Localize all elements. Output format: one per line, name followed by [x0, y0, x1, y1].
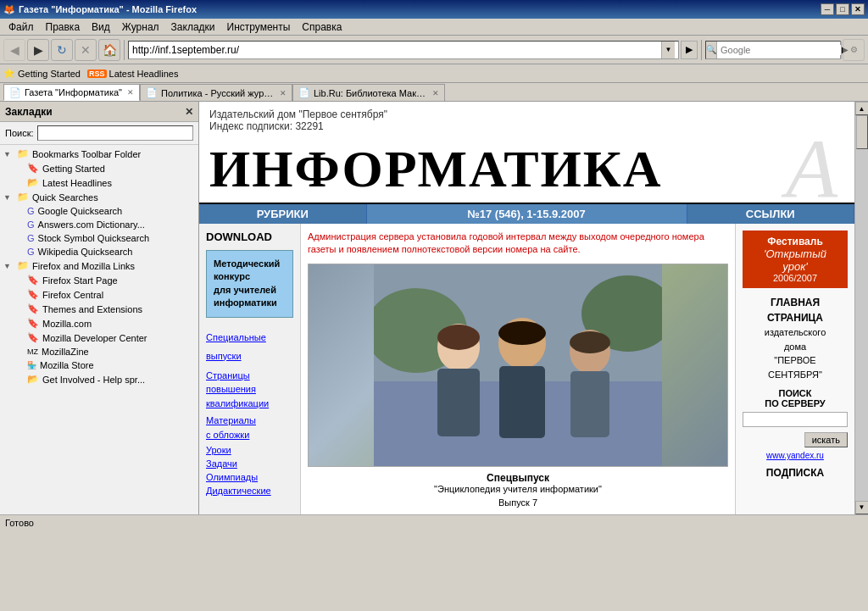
mdc-label: Mozilla Developer Center	[42, 333, 147, 343]
sidebar-item-get-involved[interactable]: 📂 Get Involved - Help spr...	[0, 372, 198, 386]
menu-edit[interactable]: Правка	[41, 20, 86, 34]
scroll-up-button[interactable]: ▲	[855, 102, 869, 115]
main-page-label6: СЕНТЯБРЯ"	[743, 368, 848, 382]
svg-rect-9	[570, 371, 609, 437]
firefox-icon: 🦊	[3, 4, 15, 15]
sidebar-search-label: Поиск:	[5, 128, 34, 138]
festival-label: Фестиваль	[748, 236, 843, 247]
newspaper-title-letter: А	[786, 136, 837, 204]
sidebar-item-mozilla-com[interactable]: 🔖 Mozilla.com	[0, 316, 198, 330]
sidebar-item-mozillazine[interactable]: MZ MozillaZine	[0, 345, 198, 358]
nav-rubrics[interactable]: РУБРИКИ	[199, 204, 367, 224]
main-page-label1: ГЛАВНАЯ	[743, 295, 848, 310]
menu-history[interactable]: Журнал	[117, 20, 164, 34]
sidebar-item-bookmarks-toolbar[interactable]: ▼ 📁 Bookmarks Toolbar Folder	[0, 147, 198, 161]
sidebar-tree: ▼ 📁 Bookmarks Toolbar Folder 🔖 Getting S…	[0, 145, 198, 514]
bookmarks-getting-started[interactable]: ⭐ Getting Started	[3, 68, 81, 79]
tab-close-1[interactable]: ✕	[280, 89, 287, 97]
minimize-button[interactable]: ─	[821, 3, 834, 15]
title-bar: 🦊 Газета "Информатика" - Mozilla Firefox…	[0, 0, 868, 19]
newspaper-header: Издательский дом "Первое сентября" Индек…	[199, 102, 854, 136]
bookmarks-latest-headlines[interactable]: RSS Latest Headlines	[87, 69, 178, 79]
menu-bookmarks[interactable]: Закладки	[166, 20, 220, 34]
tab-politika[interactable]: 📄 Политика - Русский журнал ✕	[140, 84, 292, 101]
sidebar-search-input[interactable]	[37, 125, 193, 141]
right-column: Фестиваль 'Открытый урок' 2006/2007 ГЛАВ…	[736, 224, 854, 514]
search-server-button[interactable]: искать	[804, 432, 848, 447]
star-icon: ⭐	[3, 68, 15, 79]
search-input[interactable]	[717, 45, 841, 55]
sidebar-item-firefox-central[interactable]: 🔖 Firefox Central	[0, 287, 198, 302]
sidebar-item-mdc[interactable]: 🔖 Mozilla Developer Center	[0, 330, 198, 345]
sidebar-item-themes-extensions[interactable]: 🔖 Themes and Extensions	[0, 302, 198, 316]
bookmark-icon: 🔖	[27, 163, 39, 174]
nav-issue: №17 (546), 1-15.9.2007	[367, 204, 687, 224]
left-link-didactic[interactable]: Дидактические	[206, 486, 293, 496]
nav-links[interactable]: ССЫЛКИ	[687, 204, 855, 224]
back-button[interactable]: ◀	[3, 39, 25, 61]
window-title: Газета "Информатика" - Mozilla Firefox	[19, 4, 197, 14]
menu-file[interactable]: Файл	[3, 20, 39, 34]
tab-libru[interactable]: 📄 Lib.Ru: Библиотека Макс... ✕	[292, 84, 445, 101]
reload-button[interactable]: ↻	[51, 39, 73, 61]
red-notice-text: Администрация сервера установила годовой…	[308, 231, 728, 257]
sidebar-item-stock[interactable]: G Stock Symbol Quicksearch	[0, 231, 198, 245]
search-server-input[interactable]	[743, 412, 848, 427]
firefox-central-label: Firefox Central	[42, 290, 103, 300]
left-link-tasks[interactable]: Задачи	[206, 458, 293, 469]
content-grid: DOWNLOAD Методический конкурс для учител…	[199, 224, 854, 514]
left-links-list: Специальныевыпуски Страницыповышенияквал…	[206, 328, 293, 497]
sidebar-item-mozilla-store[interactable]: 🏪 Mozilla Store	[0, 358, 198, 372]
scroll-down-button[interactable]: ▼	[855, 501, 869, 514]
toolbar-extra-button[interactable]: ⚙	[843, 39, 865, 61]
left-link-pages[interactable]: Страницыповышенияквалификации	[206, 369, 293, 411]
themes-icon: 🔖	[27, 303, 39, 314]
sidebar-item-firefox-start[interactable]: 🔖 Firefox Start Page	[0, 273, 198, 287]
caption-sub-text: "Энциклопедия учителя информатики"	[308, 484, 728, 494]
address-input[interactable]	[132, 44, 661, 56]
search-engine-icon[interactable]: 🔍	[706, 42, 717, 58]
close-button[interactable]: ✕	[851, 3, 865, 15]
menu-tools[interactable]: Инструменты	[222, 20, 296, 34]
menu-help[interactable]: Справка	[297, 20, 347, 34]
sidebar-item-google-qs[interactable]: G Google Quicksearch	[0, 204, 198, 218]
stop-button[interactable]: ✕	[75, 39, 97, 61]
go-button[interactable]: ▶	[681, 41, 698, 59]
sidebar-close-button[interactable]: ✕	[185, 106, 193, 118]
ff-icon: 🔖	[27, 275, 39, 286]
download-label: DOWNLOAD	[206, 231, 293, 243]
tab-close-0[interactable]: ✕	[127, 88, 134, 97]
wikipedia-icon: G	[27, 247, 35, 257]
home-button[interactable]: 🏠	[98, 39, 120, 61]
sidebar-item-quick-searches[interactable]: ▼ 📁 Quick Searches	[0, 190, 198, 204]
festival-name2: урок'	[748, 260, 843, 273]
sidebar-bookmarks: Закладки ✕ Поиск: ▼ 📁 Bookmarks Toolbar …	[0, 102, 199, 514]
left-link-materials[interactable]: Материалыс обложки	[206, 414, 293, 442]
scroll-thumb[interactable]	[856, 115, 868, 149]
tab-favicon-2: 📄	[298, 87, 310, 98]
yandex-link[interactable]: www.yandex.ru	[743, 451, 848, 460]
address-dropdown-button[interactable]: ▼	[661, 42, 675, 58]
tab-label-0: Газета "Информатика"	[25, 87, 122, 97]
main-page-label2: СТРАНИЦА	[743, 310, 848, 325]
sidebar-item-wikipedia[interactable]: G Wikipedia Quicksearch	[0, 245, 198, 258]
maximize-button[interactable]: □	[836, 3, 849, 15]
tab-close-2[interactable]: ✕	[432, 89, 439, 97]
article-image	[308, 264, 728, 467]
newspaper-title-area: ИНФОРМАТИКА А	[199, 136, 854, 204]
sidebar-item-firefox-mozilla[interactable]: ▼ 📁 Firefox and Mozilla Links	[0, 258, 198, 273]
forward-button[interactable]: ▶	[27, 39, 49, 61]
sidebar-item-latest-headlines[interactable]: 📂 Latest Headlines	[0, 175, 198, 190]
left-link-olympiads[interactable]: Олимпиады	[206, 472, 293, 482]
left-link-special[interactable]: Специальныевыпуски	[206, 328, 293, 365]
sidebar-item-answers[interactable]: G Answers.com Dictionary...	[0, 218, 198, 231]
main-page-label4: дома	[743, 340, 848, 354]
sidebar-item-getting-started[interactable]: 🔖 Getting Started	[0, 161, 198, 175]
menu-view[interactable]: Вид	[86, 20, 115, 34]
status-text: Готово	[5, 518, 34, 528]
index-text: Индекс подписки: 32291	[209, 120, 844, 132]
left-link-lessons[interactable]: Уроки	[206, 445, 293, 455]
tab-informatika[interactable]: 📄 Газета "Информатика" ✕	[3, 84, 140, 101]
navigation-toolbar: ◀ ▶ ↻ ✕ 🏠 ▼ ▶ 🔍 ▶ ⚙	[0, 36, 868, 64]
expand-icon: ▼	[3, 193, 14, 202]
